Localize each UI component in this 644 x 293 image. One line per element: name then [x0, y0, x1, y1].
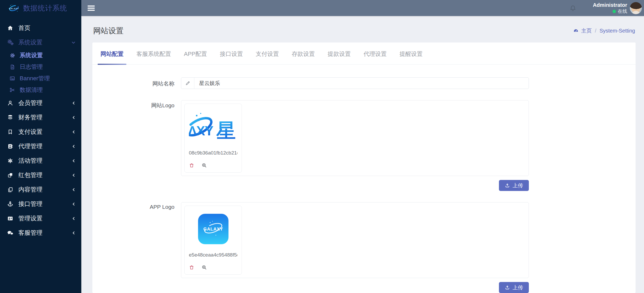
image-icon — [8, 76, 16, 81]
sidebar-item-agent-management[interactable]: 代理管理 — [0, 139, 81, 153]
copy-icon — [6, 187, 15, 193]
avatar[interactable] — [630, 2, 642, 14]
sidebar-item-data-cleanup[interactable]: 数据清理 — [0, 84, 81, 96]
sidebar-item-payment-settings[interactable]: 支付设置 — [0, 125, 81, 139]
home-icon — [6, 25, 15, 31]
app-logo-filename: e5e48ceaa4c95488f5c68... — [189, 252, 237, 258]
breadcrumb-current[interactable]: System-Setting — [599, 28, 635, 34]
upload-button-label: 上传 — [513, 284, 523, 291]
site-logo-row: 网站Logo ΛXY — [92, 100, 636, 191]
site-name-row: 网站名称 — [92, 77, 636, 89]
tab-deposit-settings[interactable]: 存款设置 — [289, 42, 318, 64]
database-icon — [6, 114, 15, 121]
site-config-form: 网站名称 网站Logo — [92, 65, 636, 293]
sidebar-item-label: 客服管理 — [18, 229, 42, 237]
sidebar-toggle-button[interactable] — [88, 6, 95, 11]
chevron-left-icon — [71, 130, 76, 134]
sidebar-item-finance-management[interactable]: 财务管理 — [0, 110, 81, 125]
tab-api-settings[interactable]: 接口设置 — [217, 42, 246, 64]
tab-payment-settings[interactable]: 支付设置 — [253, 42, 282, 64]
site-logo-upload-button[interactable]: 上传 — [499, 180, 529, 191]
sidebar-item-label: 内容管理 — [18, 185, 42, 194]
sidebar-item-service-management[interactable]: 客服管理 — [0, 226, 81, 240]
sidebar-item-log-management[interactable]: 日志管理 — [0, 61, 81, 73]
user-block[interactable]: Administrator 在线 — [593, 2, 627, 14]
app-logo-upload-button[interactable]: 上传 — [499, 282, 529, 293]
pencil-icon — [181, 78, 194, 89]
scissors-icon — [8, 87, 16, 93]
tab-agent-settings[interactable]: 代理设置 — [361, 42, 390, 64]
sidebar-item-label: 会员管理 — [18, 99, 42, 107]
app-title: 数据统计系统 — [23, 3, 67, 13]
tab-withdraw-settings[interactable]: 提款设置 — [325, 42, 354, 64]
sidebar-submenu-system: 系统设置 日志管理 Banner管理 — [0, 50, 81, 96]
sidebar-item-home[interactable]: 首页 — [0, 21, 81, 35]
site-name-input-group — [181, 77, 529, 89]
tab-app-config[interactable]: APP配置 — [181, 42, 210, 64]
app-logo-label: APP Logo — [92, 202, 181, 293]
anchor-icon — [6, 201, 15, 207]
upload-button-label: 上传 — [513, 182, 523, 189]
tab-site-config[interactable]: 网站配置 — [98, 42, 126, 64]
sidebar-nav: 首页 系统设置 — [0, 16, 81, 240]
app-logo-row: APP Logo — [92, 202, 636, 293]
page-header: 网站设置 主页 / System-Setting — [92, 16, 636, 42]
site-logo-card: ΛXY 星 08c9b36a01fb12cb2 — [184, 104, 242, 173]
online-status-dot — [613, 10, 616, 13]
sidebar-item-label: 系统设置 — [20, 51, 43, 59]
site-name-input[interactable] — [194, 78, 529, 89]
user-icon — [6, 100, 15, 106]
sidebar-header: GALAXY 数据统计系统 — [0, 0, 81, 16]
sidebar-item-label: Banner管理 — [20, 74, 50, 82]
sidebar-item-activity-management[interactable]: 活动管理 — [0, 153, 81, 168]
site-logo-upload-box: ΛXY 星 08c9b36a01fb12cb2 — [181, 100, 529, 176]
sidebar-item-system-settings-group[interactable]: 系统设置 — [0, 35, 81, 50]
sidebar-item-label: 财务管理 — [18, 113, 42, 121]
delete-icon[interactable] — [189, 163, 194, 168]
chevron-left-icon — [71, 173, 76, 178]
sidebar-item-content-management[interactable]: 内容管理 — [0, 182, 81, 197]
tab-reminder-settings[interactable]: 提醒设置 — [397, 42, 425, 64]
breadcrumb-home-link[interactable]: 主页 — [581, 27, 592, 34]
delete-icon[interactable] — [189, 265, 194, 270]
address-book-icon — [6, 143, 15, 149]
app-logo-upload-box: GALAXY e5e48ceaa4c95488f5c68... — [181, 202, 529, 278]
site-name-label: 网站名称 — [92, 77, 181, 89]
upload-icon — [505, 183, 510, 188]
sidebar-item-admin-settings[interactable]: 管理设置 — [0, 211, 81, 226]
burst-icon — [6, 158, 15, 164]
chevron-left-icon — [71, 101, 76, 105]
chevron-left-icon — [71, 187, 76, 192]
upload-icon — [505, 285, 510, 290]
gear-icon — [8, 53, 16, 58]
svg-text:星: 星 — [216, 120, 236, 141]
sidebar-item-system-settings[interactable]: 系统设置 — [0, 50, 81, 61]
zoom-in-icon[interactable] — [201, 265, 207, 270]
galaxy-logo-icon: GALAXY — [8, 4, 20, 12]
main-content: 网站设置 主页 / System-Setting 网站配置 客服系统配置 APP… — [81, 16, 644, 293]
dashboard-icon — [573, 28, 579, 34]
sidebar: GALAXY 数据统计系统 首页 — [0, 0, 81, 293]
site-logo-filename: 08c9b36a01fb12cb21e3b... — [189, 150, 237, 156]
topbar-right: Administrator 在线 — [569, 2, 644, 14]
sidebar-item-redpacket-management[interactable]: 红包管理 — [0, 168, 81, 182]
sidebar-item-label: 接口管理 — [18, 200, 42, 208]
zoom-in-icon[interactable] — [201, 163, 207, 168]
sidebar-item-label: 活动管理 — [18, 157, 42, 165]
online-status-label: 在线 — [618, 8, 627, 14]
svg-text:GALAXY: GALAXY — [9, 7, 19, 9]
sidebar-item-banner-management[interactable]: Banner管理 — [0, 73, 81, 84]
chevron-down-icon — [71, 40, 76, 45]
chevron-left-icon — [71, 144, 76, 149]
breadcrumb-separator: / — [594, 28, 597, 34]
breadcrumb: 主页 / System-Setting — [573, 27, 635, 34]
file-icon — [8, 64, 16, 70]
sidebar-item-member-management[interactable]: 会员管理 — [0, 96, 81, 110]
sidebar-item-label: 支付设置 — [18, 128, 42, 136]
sidebar-item-label: 管理设置 — [18, 214, 42, 222]
app-logo-card: GALAXY e5e48ceaa4c95488f5c68... — [184, 206, 242, 275]
site-logo-image: ΛXY 星 — [189, 107, 237, 147]
notifications-bell-icon[interactable] — [569, 4, 577, 12]
tab-service-system-config[interactable]: 客服系统配置 — [134, 42, 174, 64]
sidebar-item-api-management[interactable]: 接口管理 — [0, 197, 81, 211]
